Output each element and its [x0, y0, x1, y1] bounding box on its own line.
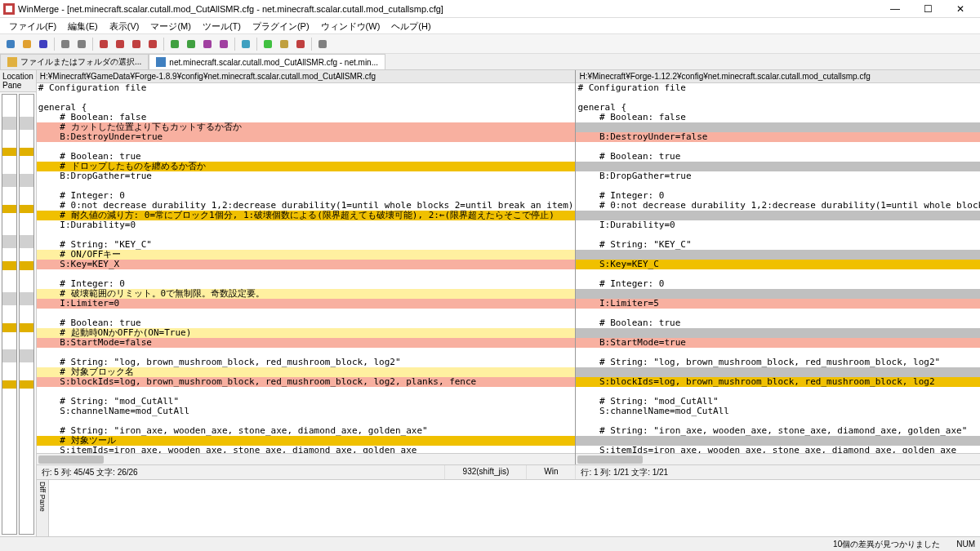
merge-all-left-icon[interactable] [200, 37, 215, 51]
code-line[interactable]: # String: "iron_axe, wooden_axe, stone_a… [576, 426, 980, 436]
code-line[interactable] [37, 93, 576, 103]
svg-rect-15 [242, 40, 250, 48]
location-strip-left[interactable] [2, 94, 17, 535]
statusbar: 10個の差異が見つかりました NUM [0, 536, 980, 551]
svg-rect-4 [39, 40, 47, 48]
code-line[interactable]: I:Limiter=0 [37, 299, 576, 309]
svg-rect-2 [7, 40, 15, 48]
window-title: WinMerge - [net.minecraft.scalar.cutall.… [18, 4, 879, 14]
open-icon[interactable] [20, 37, 34, 51]
numlock-status: NUM [956, 540, 975, 549]
menu-ツール(T)[interactable]: ツール(T) [197, 18, 247, 33]
code-line[interactable]: B:StartMode=false [37, 338, 576, 348]
code-line[interactable]: # Boolean: true [576, 318, 980, 328]
merge-right-icon[interactable] [184, 37, 198, 51]
diff-pane-content[interactable] [49, 480, 980, 536]
code-line[interactable]: # Configuration file [37, 83, 576, 93]
svg-rect-8 [116, 40, 124, 48]
tab-strip: ファイルまたはフォルダの選択...net.minecraft.scalar.cu… [0, 54, 980, 70]
maximize-button[interactable]: ☐ [911, 0, 944, 18]
tab[interactable]: net.minecraft.scalar.cutall.mod_CutAllSM… [149, 54, 385, 69]
right-hscroll[interactable] [576, 453, 980, 464]
code-line[interactable]: # String: "KEY_C" [576, 240, 980, 250]
tab[interactable]: ファイルまたはフォルダの選択... [0, 54, 149, 69]
menu-編集(E)[interactable]: 編集(E) [62, 18, 104, 33]
code-line[interactable]: B:DropGather=true [37, 171, 576, 181]
left-eol: Win [527, 465, 576, 479]
pause-icon[interactable] [277, 37, 292, 51]
code-line[interactable]: I:Limiter=5 [576, 299, 980, 309]
svg-rect-21 [156, 57, 166, 67]
stop-icon[interactable] [293, 37, 308, 51]
toolbar [0, 34, 980, 54]
code-line[interactable]: I:Durability=0 [576, 220, 980, 230]
svg-rect-1 [6, 6, 12, 12]
diff-first-icon[interactable] [129, 37, 144, 51]
code-line[interactable]: B:DestroyUnder=false [576, 132, 980, 142]
svg-rect-9 [132, 40, 140, 48]
diff-next-icon[interactable] [113, 37, 127, 51]
diff-prev-icon[interactable] [96, 37, 111, 51]
menu-ヘルプ(H)[interactable]: ヘルプ(H) [385, 18, 436, 33]
left-hscroll[interactable] [37, 453, 576, 464]
diff-last-icon[interactable] [145, 37, 160, 51]
pane-status-line: 行: 5 列: 45/45 文字: 26/26 932(shift_jis) W… [37, 464, 980, 479]
code-line[interactable]: S:channelName=mod_CutAll [37, 407, 576, 416]
code-line[interactable] [576, 93, 980, 103]
menu-プラグイン(P)[interactable]: プラグイン(P) [247, 18, 315, 33]
new-icon[interactable] [3, 37, 18, 51]
undo-icon[interactable] [58, 37, 73, 51]
menu-マージ(M)[interactable]: マージ(M) [145, 18, 197, 33]
svg-rect-14 [220, 40, 228, 48]
svg-rect-6 [78, 40, 86, 48]
code-line[interactable]: # Boolean: true [576, 152, 980, 162]
menu-表示(V)[interactable]: 表示(V) [104, 18, 145, 33]
merge-left-icon[interactable] [167, 37, 182, 51]
menu-ウィンドウ(W)[interactable]: ウィンドウ(W) [315, 18, 386, 33]
code-line[interactable]: B:DestroyUnder=true [37, 132, 576, 142]
svg-rect-12 [187, 40, 195, 48]
left-cursor-status: 行: 5 列: 45/45 文字: 26/26 [37, 465, 446, 479]
tab-label: ファイルまたはフォルダの選択... [20, 56, 141, 68]
refresh-icon[interactable] [238, 37, 253, 51]
code-line[interactable]: S:channelName=mod_CutAll [576, 407, 980, 416]
code-line[interactable]: # Boolean: false [576, 113, 980, 122]
code-line[interactable]: # String: "iron_axe, wooden_axe, stone_a… [37, 426, 576, 436]
code-line[interactable]: S:Key=KEY_C [576, 260, 980, 269]
svg-rect-5 [61, 40, 69, 48]
code-line[interactable]: # Integer: 0 [576, 279, 980, 289]
left-editor[interactable]: # Configuration file general { # Boolean… [37, 83, 576, 453]
minimize-button[interactable]: — [879, 0, 911, 18]
menu-ファイル(F)[interactable]: ファイル(F) [3, 18, 62, 33]
merge-all-right-icon[interactable] [216, 37, 231, 51]
code-line[interactable]: S:Key=KEY_X [37, 260, 576, 269]
code-line[interactable]: S:itemIds=iron_axe, wooden_axe, stone_ax… [37, 446, 576, 453]
svg-rect-18 [296, 40, 305, 48]
right-file-path[interactable]: H:¥Minecraft¥Forge-1.12.2¥config¥net.min… [576, 70, 980, 83]
save-icon[interactable] [36, 37, 51, 51]
svg-rect-10 [149, 40, 157, 48]
code-line[interactable]: S:blockIds=log, brown_mushroom_block, re… [37, 377, 576, 387]
code-line[interactable]: S:itemIds=iron_axe, wooden_axe, stone_ax… [576, 446, 980, 453]
code-line[interactable]: S:blockIds=log, brown_mushroom_block, re… [576, 377, 980, 387]
svg-rect-13 [203, 40, 212, 48]
svg-rect-17 [280, 40, 288, 48]
redo-icon[interactable] [74, 37, 89, 51]
play-icon[interactable] [261, 37, 275, 51]
folder-icon [7, 57, 17, 67]
left-file-path[interactable]: H:¥Minecraft¥GameData¥Forge-1.8.9¥config… [37, 70, 576, 83]
close-button[interactable]: ✕ [944, 0, 977, 18]
code-line[interactable]: B:StartMode=true [576, 338, 980, 348]
code-line[interactable]: # 0:not decrease durability 1,2:decrease… [576, 201, 980, 211]
left-encoding: 932(shift_jis) [445, 465, 527, 479]
settings-icon[interactable] [315, 37, 330, 51]
code-line[interactable]: B:DropGather=true [576, 171, 980, 181]
code-line[interactable]: # String: "log, brown_mushroom_block, re… [576, 358, 980, 367]
right-editor[interactable]: # Configuration file general { # Boolean… [576, 83, 980, 453]
location-strip-right[interactable] [19, 94, 34, 535]
diff-count-status: 10個の差異が見つかりました [833, 539, 940, 550]
code-line[interactable]: I:Durability=0 [37, 220, 576, 230]
menubar: ファイル(F)編集(E)表示(V)マージ(M)ツール(T)プラグイン(P)ウィン… [0, 18, 980, 34]
svg-rect-11 [171, 40, 179, 48]
code-line[interactable]: # Configuration file [576, 83, 980, 93]
